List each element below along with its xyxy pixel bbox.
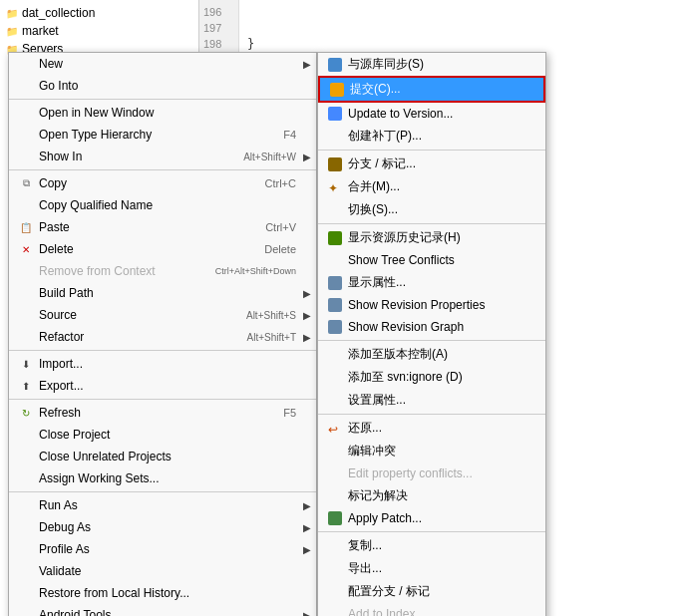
submenu-item-copy-to[interactable]: 复制...	[318, 534, 545, 557]
show-in-icon	[17, 149, 35, 164]
submenu-arrow: ▶	[303, 152, 311, 162]
menu-label: Refactor	[39, 330, 227, 344]
submenu-item-show-revision-graph[interactable]: Show Revision Graph	[318, 316, 545, 338]
submenu-separator	[318, 223, 545, 224]
menu-item-remove-context[interactable]: Remove from Context Ctrl+Alt+Shift+Down	[9, 260, 316, 282]
menu-label: Open in New Window	[39, 106, 296, 120]
submenu-item-config-branch[interactable]: 配置分支 / 标记	[318, 580, 545, 603]
menu-separator	[9, 99, 316, 100]
menu-item-refresh[interactable]: ↻ Refresh F5	[9, 402, 316, 424]
menu-item-profile-as[interactable]: Profile As ▶	[9, 538, 316, 560]
type-icon	[17, 127, 35, 143]
menu-label: Import...	[39, 357, 296, 371]
shortcut-label: Delete	[264, 243, 296, 255]
android-icon	[17, 607, 35, 616]
submenu-item-revert[interactable]: ↩ 还原...	[318, 417, 545, 440]
tree-item-dat-collection[interactable]: 📁 dat_collection	[0, 4, 198, 22]
menu-item-new[interactable]: New ▶	[9, 53, 316, 75]
update-icon	[326, 106, 344, 122]
menu-label: Open Type Hierarchy	[39, 128, 263, 142]
submenu-arrow: ▶	[303, 522, 311, 533]
menu-label: Delete	[39, 242, 244, 256]
submenu-item-set-property[interactable]: 设置属性...	[318, 389, 545, 412]
submenu-item-add-to-index[interactable]: Add to Index	[318, 603, 545, 616]
menu-item-delete[interactable]: ✕ Delete Delete	[9, 238, 316, 260]
menu-item-copy-qualified[interactable]: Copy Qualified Name	[9, 194, 316, 216]
switch-icon	[326, 202, 344, 218]
profile-icon	[17, 541, 35, 557]
build-icon	[17, 285, 35, 301]
patch-create-icon	[326, 129, 344, 145]
menu-separator	[9, 169, 316, 170]
submenu-label: Show Revision Graph	[348, 320, 537, 334]
menu-item-import[interactable]: ⬇ Import...	[9, 353, 316, 375]
submenu-item-show-history[interactable]: 显示资源历史记录(H)	[318, 226, 545, 249]
submenu-separator	[318, 340, 545, 341]
submenu-item-merge[interactable]: ✦ 合并(M)...	[318, 175, 545, 198]
submenu-label: 还原...	[348, 420, 537, 437]
submenu-label: Apply Patch...	[348, 511, 537, 525]
submenu-item-commit[interactable]: 提交(C)...	[318, 76, 545, 103]
menu-item-restore-history[interactable]: Restore from Local History...	[9, 582, 316, 604]
revision-graph-icon	[326, 319, 344, 335]
menu-item-copy[interactable]: ⧉ Copy Ctrl+C	[9, 172, 316, 194]
menu-item-validate[interactable]: Validate	[9, 560, 316, 582]
debug-icon	[17, 519, 35, 535]
menu-item-paste[interactable]: 📋 Paste Ctrl+V	[9, 216, 316, 238]
submenu-item-sync[interactable]: 与源库同步(S)	[318, 53, 545, 76]
submenu-label: Update to Version...	[348, 107, 537, 121]
remove-icon	[17, 263, 35, 279]
submenu-item-export-to[interactable]: 导出...	[318, 557, 545, 580]
menu-item-source[interactable]: Source Alt+Shift+S ▶	[9, 304, 316, 326]
submenu-arrow: ▶	[303, 500, 311, 511]
submenu-item-update[interactable]: Update to Version...	[318, 103, 545, 125]
submenu-label: 添加至版本控制(A)	[348, 346, 537, 363]
submenu-item-show-revision-props[interactable]: Show Revision Properties	[318, 294, 545, 316]
menu-item-run-as[interactable]: Run As ▶	[9, 494, 316, 516]
menu-item-debug-as[interactable]: Debug As ▶	[9, 516, 316, 538]
submenu-item-edit-conflicts[interactable]: 编辑冲突	[318, 440, 545, 462]
submenu-item-branch-tag[interactable]: 分支 / 标记...	[318, 153, 545, 175]
menu-separator	[9, 491, 316, 492]
menu-item-show-in[interactable]: Show In Alt+Shift+W ▶	[9, 146, 316, 167]
menu-item-android-tools[interactable]: Android Tools ▶	[9, 604, 316, 616]
svg-text:✦: ✦	[328, 181, 338, 194]
submenu-item-switch[interactable]: 切换(S)...	[318, 198, 545, 221]
submenu-label: 与源库同步(S)	[348, 56, 537, 73]
submenu-item-add-svn-ignore[interactable]: 添加至 svn:ignore (D)	[318, 366, 545, 389]
menu-label: Android Tools	[39, 608, 296, 616]
submenu-arrow: ▶	[303, 59, 311, 70]
menu-item-close-project[interactable]: Close Project	[9, 424, 316, 446]
code-line	[247, 20, 254, 36]
shortcut-label: Alt+Shift+S	[246, 310, 296, 321]
menu-item-open-type[interactable]: Open Type Hierarchy F4	[9, 124, 316, 146]
submenu-item-apply-patch[interactable]: Apply Patch...	[318, 507, 545, 529]
line-num: 196	[203, 4, 234, 20]
tree-item-market[interactable]: 📁 market	[0, 22, 198, 40]
submenu-item-mark-resolved[interactable]: 标记为解决	[318, 484, 545, 507]
menu-item-go-into[interactable]: Go Into	[9, 75, 316, 97]
refactor-icon	[17, 329, 35, 345]
folder-icon: 📁	[4, 5, 20, 21]
submenu-label: 分支 / 标记...	[348, 155, 537, 172]
menu-item-assign-working[interactable]: Assign Working Sets...	[9, 467, 316, 489]
submenu-item-add-version[interactable]: 添加至版本控制(A)	[318, 343, 545, 366]
branch-icon	[326, 156, 344, 172]
delete-icon: ✕	[17, 241, 35, 257]
menu-item-build-path[interactable]: Build Path ▶	[9, 282, 316, 304]
menu-item-export[interactable]: ⬆ Export...	[9, 375, 316, 397]
menu-label: Validate	[39, 564, 296, 578]
history-icon	[326, 230, 344, 246]
svg-rect-7	[328, 298, 342, 312]
validate-icon	[17, 563, 35, 579]
submenu-item-create-patch[interactable]: 创建补丁(P)...	[318, 125, 545, 148]
menu-label: Close Project	[39, 428, 296, 442]
menu-item-close-unrelated[interactable]: Close Unrelated Projects	[9, 446, 316, 467]
submenu-arrow: ▶	[303, 332, 311, 343]
submenu-item-edit-property-conflicts[interactable]: Edit property conflicts...	[318, 462, 545, 484]
menu-label: Go Into	[39, 79, 296, 93]
submenu-item-show-tree-conflicts[interactable]: Show Tree Conflicts	[318, 249, 545, 271]
submenu-item-show-properties[interactable]: 显示属性...	[318, 271, 545, 294]
menu-item-open-new-window[interactable]: Open in New Window	[9, 102, 316, 124]
menu-item-refactor[interactable]: Refactor Alt+Shift+T ▶	[9, 326, 316, 348]
